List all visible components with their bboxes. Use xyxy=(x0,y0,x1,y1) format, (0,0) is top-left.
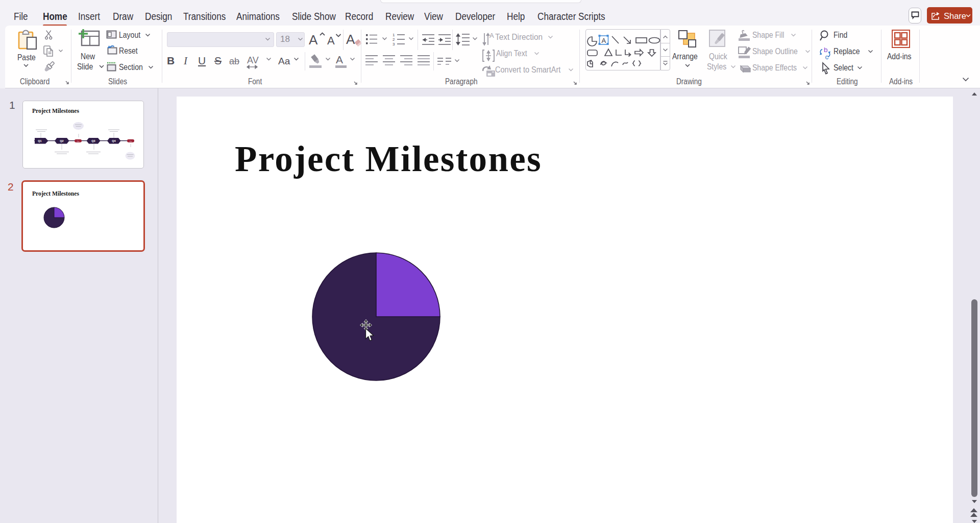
svg-text:b: b xyxy=(824,46,828,54)
svg-text:AV: AV xyxy=(247,55,259,65)
svg-text:1: 1 xyxy=(393,33,395,37)
svg-text:Q2: Q2 xyxy=(60,139,63,142)
svg-text:2: 2 xyxy=(393,37,395,42)
svg-text:Q3: Q3 xyxy=(91,139,95,142)
svg-text:Go: Go xyxy=(77,140,80,142)
svg-text:Project Milestones: Project Milestones xyxy=(32,189,79,197)
svg-text:A: A xyxy=(489,32,494,39)
svg-text:A: A xyxy=(336,54,343,65)
svg-text:Q4: Q4 xyxy=(112,139,116,142)
svg-text:A: A xyxy=(309,32,318,46)
svg-text:Project Milestones: Project Milestones xyxy=(32,107,79,114)
svg-text:A: A xyxy=(346,32,355,47)
svg-text:Q1: Q1 xyxy=(38,139,41,142)
svg-text:Go: Go xyxy=(130,140,132,142)
svg-text:A: A xyxy=(327,34,335,46)
svg-text:A: A xyxy=(602,37,606,44)
svg-text:3: 3 xyxy=(393,42,395,46)
